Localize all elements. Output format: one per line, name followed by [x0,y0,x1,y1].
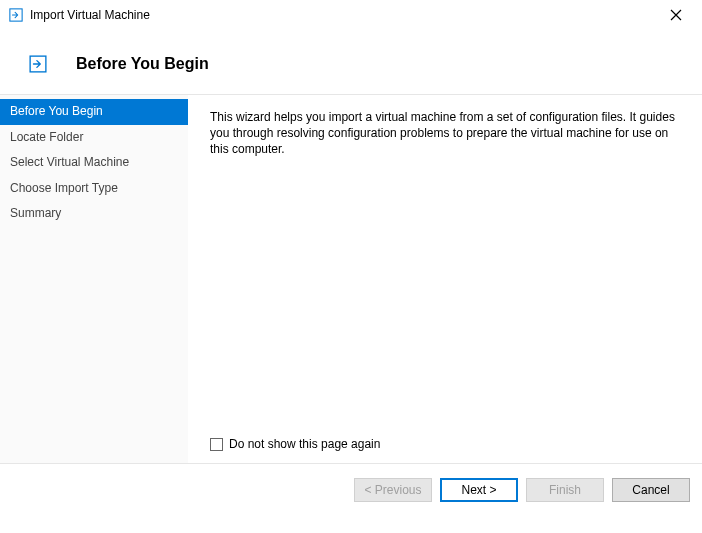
wizard-steps-sidebar: Before You Begin Locate Folder Select Vi… [0,95,188,463]
step-choose-import-type[interactable]: Choose Import Type [0,176,188,202]
window-title: Import Virtual Machine [30,8,150,22]
content-area: Before You Begin Locate Folder Select Vi… [0,94,702,464]
cancel-button[interactable]: Cancel [612,478,690,502]
finish-button: Finish [526,478,604,502]
title-bar: Import Virtual Machine [0,0,702,30]
close-button[interactable] [660,3,692,27]
footer-buttons: < Previous Next > Finish Cancel [0,464,702,516]
wizard-icon [28,54,48,74]
step-select-virtual-machine[interactable]: Select Virtual Machine [0,150,188,176]
checkbox-icon[interactable] [210,438,223,451]
app-icon [8,7,24,23]
main-panel: This wizard helps you import a virtual m… [188,95,702,463]
wizard-description: This wizard helps you import a virtual m… [210,109,684,158]
step-before-you-begin[interactable]: Before You Begin [0,99,188,125]
step-locate-folder[interactable]: Locate Folder [0,125,188,151]
do-not-show-again-row[interactable]: Do not show this page again [210,437,380,451]
close-icon [670,9,682,21]
step-summary[interactable]: Summary [0,201,188,227]
page-title: Before You Begin [76,55,209,73]
previous-button: < Previous [354,478,432,502]
header: Before You Begin [0,30,702,94]
next-button[interactable]: Next > [440,478,518,502]
checkbox-label: Do not show this page again [229,437,380,451]
